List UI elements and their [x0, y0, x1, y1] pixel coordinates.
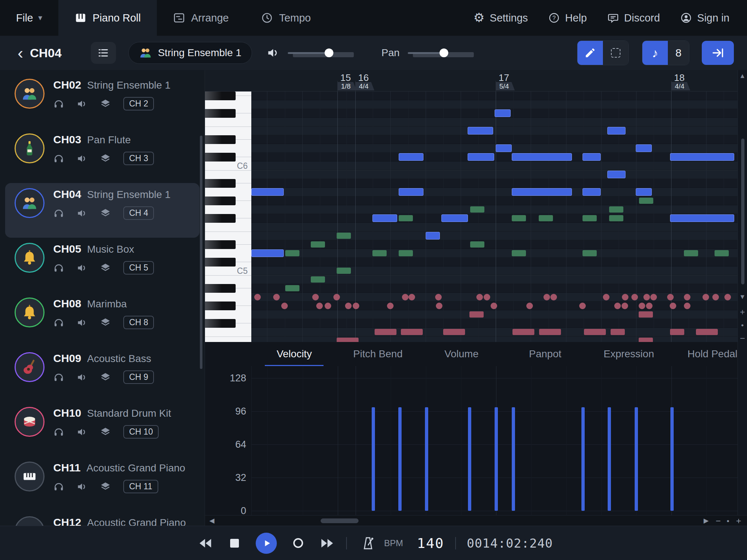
controls-tab-velocity[interactable]: Velocity: [260, 342, 329, 366]
midi-note[interactable]: [512, 153, 572, 161]
track-avatar[interactable]: [15, 407, 44, 437]
topbar-action-signin[interactable]: Sign in: [680, 12, 729, 24]
track-item-ch04[interactable]: CH04String Ensemble 1CH 4: [5, 183, 200, 238]
controls-tab-hold-pedal[interactable]: Hold Pedal: [678, 342, 747, 366]
headphones-icon[interactable]: [53, 262, 64, 273]
speaker-icon[interactable]: [77, 153, 88, 164]
pencil-tool-button[interactable]: [577, 41, 603, 65]
track-avatar[interactable]: [15, 516, 44, 526]
pan-slider[interactable]: [408, 48, 479, 58]
vertical-scrollbar[interactable]: ▲ ▼ + ● −: [738, 70, 747, 515]
black-key[interactable]: [205, 284, 236, 293]
black-key[interactable]: [205, 153, 236, 162]
stop-button[interactable]: [227, 535, 243, 551]
vertical-zoom-in-icon[interactable]: +: [738, 307, 747, 317]
forward-button[interactable]: [319, 535, 335, 551]
black-key[interactable]: [205, 92, 236, 100]
velocity-bar[interactable]: [425, 407, 428, 511]
tab-tempo[interactable]: Tempo: [245, 0, 327, 36]
black-key[interactable]: [205, 214, 236, 223]
track-avatar[interactable]: [15, 79, 44, 109]
horizontal-scroll-thumb[interactable]: [321, 518, 359, 523]
track-item-ch10[interactable]: CH10Standard Drum KitCH 10: [5, 402, 200, 456]
vertical-scroll-thumb[interactable]: [741, 139, 744, 284]
bpm-value[interactable]: 140: [417, 535, 444, 551]
layers-icon[interactable]: [100, 481, 111, 492]
track-item-ch12[interactable]: CH12Acoustic Grand PianoCH 12: [5, 511, 200, 526]
rewind-button[interactable]: [197, 535, 213, 551]
velocity-bar[interactable]: [372, 407, 375, 511]
black-key[interactable]: [205, 135, 236, 144]
record-button[interactable]: [290, 535, 306, 551]
sidebar-scrollbar[interactable]: [200, 136, 202, 369]
tab-piano-roll[interactable]: Piano Roll: [58, 0, 157, 36]
midi-note[interactable]: [251, 188, 284, 196]
track-item-ch05[interactable]: CH05Music BoxCH 5: [5, 238, 200, 292]
play-button[interactable]: [256, 533, 277, 554]
black-key[interactable]: [205, 240, 236, 249]
vertical-zoom-reset-icon[interactable]: ●: [738, 322, 747, 328]
track-item-ch03[interactable]: CH03Pan FluteCH 3: [5, 128, 200, 183]
back-button[interactable]: ‹: [13, 46, 28, 60]
headphones-icon[interactable]: [53, 372, 64, 383]
black-key[interactable]: [205, 109, 236, 118]
midi-note[interactable]: [372, 214, 397, 222]
note-length-button[interactable]: ♪: [642, 41, 668, 65]
midi-note[interactable]: [670, 214, 734, 222]
topbar-action-discord[interactable]: Discord: [607, 12, 660, 24]
midi-note[interactable]: [468, 127, 493, 135]
scroll-left-icon[interactable]: ◀: [209, 516, 214, 526]
file-menu[interactable]: File ▾: [0, 0, 58, 36]
midi-note[interactable]: [512, 188, 572, 196]
black-key[interactable]: [205, 319, 236, 328]
speaker-icon[interactable]: [77, 262, 88, 273]
instrument-selector[interactable]: String Ensemble 1: [128, 42, 252, 64]
speaker-icon[interactable]: [77, 317, 88, 328]
scroll-down-icon[interactable]: ▼: [738, 293, 747, 301]
speaker-icon[interactable]: [77, 481, 88, 492]
black-key[interactable]: [205, 197, 236, 205]
midi-note[interactable]: [496, 144, 512, 152]
black-key[interactable]: [205, 302, 236, 310]
volume-slider-knob[interactable]: [325, 48, 333, 57]
track-avatar[interactable]: [15, 188, 44, 218]
layers-icon[interactable]: [100, 153, 111, 164]
scroll-up-icon[interactable]: ▲: [738, 72, 747, 80]
speaker-icon[interactable]: [77, 98, 88, 109]
timeline-ruler[interactable]: 151/8164/4175/4184/4: [205, 70, 747, 92]
midi-note[interactable]: [607, 171, 626, 178]
track-item-ch11[interactable]: CH11Acoustic Grand PianoCH 11: [5, 456, 200, 511]
midi-note[interactable]: [426, 232, 440, 240]
zoom-out-icon[interactable]: −: [716, 516, 721, 526]
zoom-reset-icon[interactable]: ●: [727, 516, 729, 526]
headphones-icon[interactable]: [53, 98, 64, 109]
scroll-right-icon[interactable]: ▶: [704, 516, 709, 526]
track-avatar[interactable]: [15, 298, 44, 327]
zoom-in-icon[interactable]: +: [736, 516, 741, 526]
velocity-bar[interactable]: [581, 407, 585, 511]
velocity-bar[interactable]: [635, 407, 638, 511]
piano-keys[interactable]: C6C5: [205, 92, 251, 342]
velocity-bar[interactable]: [468, 407, 471, 511]
midi-note[interactable]: [441, 214, 468, 222]
track-item-ch09[interactable]: CH09Acoustic BassCH 9: [5, 347, 200, 402]
velocity-bar[interactable]: [398, 407, 402, 511]
note-grid[interactable]: [251, 92, 738, 342]
layers-icon[interactable]: [100, 317, 111, 328]
track-item-ch08[interactable]: CH08MarimbaCH 8: [5, 292, 200, 347]
controls-tab-pitch-bend[interactable]: Pitch Bend: [343, 342, 412, 366]
midi-note[interactable]: [670, 153, 734, 161]
topbar-action-settings[interactable]: ⚙Settings: [473, 11, 528, 24]
speaker-icon[interactable]: [77, 427, 88, 438]
midi-note[interactable]: [636, 144, 652, 152]
headphones-icon[interactable]: [53, 317, 64, 328]
note-length-value[interactable]: 8: [668, 41, 689, 65]
track-avatar[interactable]: [15, 462, 44, 491]
headphones-icon[interactable]: [53, 208, 64, 219]
horizontal-scrollbar[interactable]: ◀ ▶ − ● +: [205, 515, 747, 526]
pan-slider-knob[interactable]: [440, 48, 448, 57]
layers-icon[interactable]: [100, 262, 111, 273]
layers-icon[interactable]: [100, 372, 111, 383]
midi-note[interactable]: [582, 188, 601, 196]
track-item-ch02[interactable]: CH02String Ensemble 1CH 2: [5, 74, 200, 128]
